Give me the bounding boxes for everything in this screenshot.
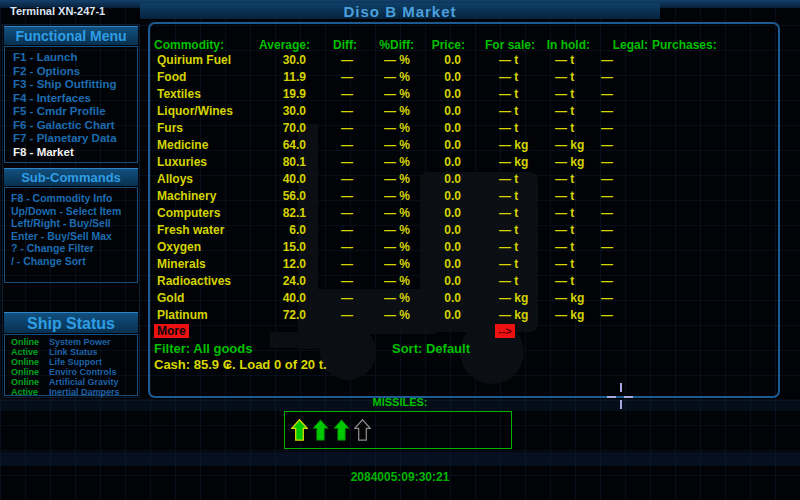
- status-value: Online: [11, 337, 49, 347]
- sort-label[interactable]: Sort: Default: [392, 341, 470, 356]
- price-value: 0.0: [410, 307, 461, 324]
- commodity-name: Oxygen: [150, 239, 262, 256]
- legal-value: —: [586, 52, 644, 69]
- missile-icon: [354, 418, 371, 442]
- menu-item[interactable]: F5 - Cmdr Profile: [13, 105, 137, 119]
- ship-status-row: Online Artificial Gravity: [11, 377, 137, 387]
- pct-diff-value: — %: [353, 222, 410, 239]
- pct-diff-value: — %: [353, 171, 410, 188]
- legal-value: —: [586, 103, 644, 120]
- commodity-row[interactable]: Furs 70.0 — — % 0.0 — t — t —: [150, 120, 782, 137]
- commodity-row[interactable]: Gold 40.0 — — % 0.0 — kg — kg —: [150, 290, 782, 307]
- diff-value: —: [306, 52, 353, 69]
- price-value: 0.0: [410, 171, 461, 188]
- in-hold-value: — t: [531, 256, 586, 273]
- column-legal: Legal:: [613, 38, 648, 52]
- menu-item[interactable]: F3 - Ship Outfitting: [13, 78, 137, 92]
- price-value: 0.0: [410, 256, 461, 273]
- next-page-arrow-button[interactable]: -->: [495, 324, 515, 338]
- commodity-name: Fresh water: [150, 222, 262, 239]
- average-value: 15.0: [262, 239, 306, 256]
- commodity-name: Minerals: [150, 256, 262, 273]
- menu-item[interactable]: F7 - Planetary Data: [13, 132, 137, 146]
- commodity-row[interactable]: Machinery 56.0 — — % 0.0 — t — t —: [150, 188, 782, 205]
- purchases-value: [644, 222, 782, 239]
- filter-label[interactable]: Filter: All goods: [154, 341, 252, 356]
- menu-item[interactable]: F6 - Galactic Chart: [13, 119, 137, 133]
- more-button[interactable]: More: [154, 324, 189, 338]
- commodity-row[interactable]: Radioactives 24.0 — — % 0.0 — t — t —: [150, 273, 782, 290]
- average-value: 19.9: [262, 86, 306, 103]
- average-value: 40.0: [262, 171, 306, 188]
- price-value: 0.0: [410, 120, 461, 137]
- for-sale-value: — t: [461, 188, 531, 205]
- for-sale-value: — t: [461, 222, 531, 239]
- average-value: 12.0: [262, 256, 306, 273]
- column-in-hold: In hold:: [547, 38, 590, 52]
- in-hold-value: — t: [531, 52, 586, 69]
- commodity-name: Gold: [150, 290, 262, 307]
- legal-value: —: [586, 239, 644, 256]
- price-value: 0.0: [410, 69, 461, 86]
- commodity-row[interactable]: Luxuries 80.1 — — % 0.0 — kg — kg —: [150, 154, 782, 171]
- price-value: 0.0: [410, 290, 461, 307]
- commodity-row[interactable]: Food 11.9 — — % 0.0 — t — t —: [150, 69, 782, 86]
- system-label: Inertial Dampers: [49, 387, 120, 397]
- commodity-row[interactable]: Oxygen 15.0 — — % 0.0 — t — t —: [150, 239, 782, 256]
- title-bar: Diso B Market: [140, 3, 660, 19]
- system-label: System Power: [49, 337, 111, 347]
- diff-value: —: [306, 205, 353, 222]
- diff-value: —: [306, 290, 353, 307]
- pct-diff-value: — %: [353, 120, 410, 137]
- purchases-value: [644, 171, 782, 188]
- commodity-name: Radioactives: [150, 273, 262, 290]
- commodity-name: Luxuries: [150, 154, 262, 171]
- system-label: Artificial Gravity: [49, 377, 119, 387]
- purchases-value: [644, 154, 782, 171]
- price-value: 0.0: [410, 103, 461, 120]
- average-value: 82.1: [262, 205, 306, 222]
- purchases-value: [644, 103, 782, 120]
- sub-command-item: F8 - Commodity Info: [11, 192, 137, 205]
- ship-status-row: Online Enviro Controls: [11, 367, 137, 377]
- for-sale-value: — kg: [461, 307, 531, 324]
- pct-diff-value: — %: [353, 239, 410, 256]
- in-hold-value: — kg: [531, 137, 586, 154]
- ship-status-list: Online System Power Active Link Status O…: [4, 334, 138, 396]
- commodity-name: Textiles: [150, 86, 262, 103]
- functional-menu-header: Functional Menu: [4, 26, 138, 45]
- commodity-name: Machinery: [150, 188, 262, 205]
- column-purchases: Purchases:: [652, 38, 717, 52]
- sub-commands-header: Sub-Commands: [4, 168, 138, 186]
- menu-item[interactable]: F8 - Market: [13, 146, 137, 160]
- menu-item[interactable]: F1 - Launch: [13, 51, 137, 65]
- pct-diff-value: — %: [353, 69, 410, 86]
- commodity-name: Liquor/Wines: [150, 103, 262, 120]
- commodity-row[interactable]: Computers 82.1 — — % 0.0 — t — t —: [150, 205, 782, 222]
- purchases-value: [644, 137, 782, 154]
- commodity-row[interactable]: Medicine 64.0 — — % 0.0 — kg — kg —: [150, 137, 782, 154]
- menu-item[interactable]: F4 - Interfaces: [13, 92, 137, 106]
- diff-value: —: [306, 171, 353, 188]
- commodity-row[interactable]: Alloys 40.0 — — % 0.0 — t — t —: [150, 171, 782, 188]
- status-value: Online: [11, 377, 49, 387]
- commodity-row[interactable]: Minerals 12.0 — — % 0.0 — t — t —: [150, 256, 782, 273]
- commodity-row[interactable]: Platinum 72.0 — — % 0.0 — kg — kg —: [150, 307, 782, 324]
- for-sale-value: — t: [461, 256, 531, 273]
- price-value: 0.0: [410, 205, 461, 222]
- missile-icon: [291, 418, 308, 442]
- legal-value: —: [586, 205, 644, 222]
- commodity-row[interactable]: Liquor/Wines 30.0 — — % 0.0 — t — t —: [150, 103, 782, 120]
- ship-status-row: Active Inertial Dampers: [11, 387, 137, 397]
- for-sale-value: — t: [461, 86, 531, 103]
- commodity-row[interactable]: Quirium Fuel 30.0 — — % 0.0 — t — t —: [150, 52, 782, 69]
- market-table-header: Commodity: Average: Diff: %Diff: Price: …: [150, 38, 782, 53]
- pct-diff-value: — %: [353, 307, 410, 324]
- commodity-row[interactable]: Textiles 19.9 — — % 0.0 — t — t —: [150, 86, 782, 103]
- ship-status-row: Online System Power: [11, 337, 137, 347]
- diff-value: —: [306, 103, 353, 120]
- commodity-row[interactable]: Fresh water 6.0 — — % 0.0 — t — t —: [150, 222, 782, 239]
- menu-item[interactable]: F2 - Options: [13, 65, 137, 79]
- for-sale-value: — t: [461, 120, 531, 137]
- pct-diff-value: — %: [353, 137, 410, 154]
